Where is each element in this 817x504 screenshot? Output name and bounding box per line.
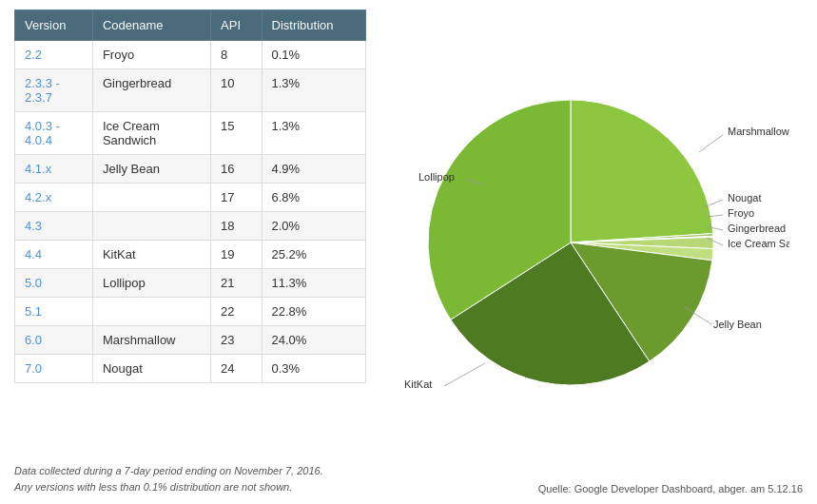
- table-row: 2.3.3 -2.3.7Gingerbread101.3%: [15, 69, 366, 112]
- version-cell: 5.1: [15, 298, 93, 326]
- table-section: Version Codename API Distribution 2.2Fro…: [14, 10, 366, 456]
- label-lollipop: Lollipop: [418, 171, 455, 183]
- distribution-cell: 11.3%: [262, 269, 366, 298]
- footer-left: Data collected during a 7-day period end…: [14, 463, 323, 494]
- api-cell: 19: [211, 241, 262, 269]
- col-distribution: Distribution: [262, 10, 366, 41]
- pie-chart-svg: MarshmallowLollipopNougatFroyoGingerbrea…: [390, 57, 789, 418]
- col-version: Version: [15, 10, 93, 41]
- table-row: 4.3182.0%: [15, 212, 366, 241]
- table-row: 4.4KitKat1925.2%: [15, 241, 366, 269]
- distribution-cell: 1.3%: [262, 69, 366, 112]
- codename-cell: Jelly Bean: [92, 155, 210, 184]
- label-line-marshmallow: [699, 135, 723, 152]
- distribution-cell: 2.0%: [262, 212, 366, 241]
- label-kitkat: KitKat: [404, 378, 432, 390]
- version-cell: 5.0: [15, 269, 93, 298]
- footer-right: Quelle: Google Developer Dashboard, abge…: [538, 483, 803, 494]
- footer-line1: Data collected during a 7-day period end…: [14, 463, 323, 479]
- api-cell: 18: [211, 212, 262, 241]
- label-ics: Ice Cream Sandwich: [728, 238, 789, 249]
- codename-cell: Gingerbread: [92, 69, 210, 112]
- api-cell: 24: [211, 355, 262, 383]
- table-row: 5.0Lollipop2111.3%: [15, 269, 366, 298]
- table-row: 6.0Marshmallow2324.0%: [15, 326, 366, 355]
- label-nougat: Nougat: [728, 192, 761, 204]
- footer-line2: Any versions with less than 0.1% distrib…: [14, 479, 323, 495]
- api-cell: 21: [211, 269, 262, 298]
- distribution-cell: 25.2%: [262, 241, 366, 269]
- version-cell: 4.1.x: [15, 155, 93, 184]
- label-froyo: Froyo: [728, 207, 754, 219]
- codename-cell: Froyo: [92, 41, 210, 69]
- pie-segment-marshmallow: [571, 100, 713, 242]
- label-gingerbread: Gingerbread: [728, 223, 786, 234]
- distribution-cell: 22.8%: [262, 298, 366, 326]
- version-cell: 2.2: [15, 41, 93, 69]
- version-cell: 4.2.x: [15, 184, 93, 212]
- distribution-cell: 1.3%: [262, 112, 366, 155]
- version-cell: 4.0.3 -4.0.4: [15, 112, 93, 155]
- codename-cell: KitKat: [92, 241, 210, 269]
- table-row: 5.12222.8%: [15, 298, 366, 326]
- col-api: API: [211, 10, 262, 41]
- codename-cell: Lollipop: [92, 269, 210, 298]
- table-row: 4.2.x176.8%: [15, 184, 366, 212]
- codename-cell: [92, 212, 210, 241]
- api-cell: 16: [211, 155, 262, 184]
- table-row: 4.0.3 -4.0.4Ice CreamSandwich151.3%: [15, 112, 366, 155]
- distribution-cell: 0.1%: [262, 41, 366, 69]
- version-cell: 7.0: [15, 355, 93, 383]
- distribution-cell: 0.3%: [262, 355, 366, 383]
- table-row: 4.1.xJelly Bean164.9%: [15, 155, 366, 184]
- api-cell: 17: [211, 184, 262, 212]
- footer: Data collected during a 7-day period end…: [14, 463, 803, 494]
- distribution-cell: 4.9%: [262, 155, 366, 184]
- table-row: 7.0Nougat240.3%: [15, 355, 366, 383]
- version-cell: 6.0: [15, 326, 93, 355]
- label-marshmallow: Marshmallow: [728, 126, 789, 137]
- distribution-cell: 6.8%: [262, 184, 366, 212]
- version-cell: 2.3.3 -2.3.7: [15, 69, 93, 112]
- codename-cell: [92, 298, 210, 326]
- chart-section: MarshmallowLollipopNougatFroyoGingerbrea…: [376, 10, 803, 456]
- api-cell: 15: [211, 112, 262, 155]
- distribution-cell: 24.0%: [262, 326, 366, 355]
- api-cell: 10: [211, 69, 262, 112]
- api-cell: 8: [211, 41, 262, 69]
- label-jellybean: Jelly Bean: [713, 319, 762, 330]
- codename-cell: Marshmallow: [92, 326, 210, 355]
- api-cell: 23: [211, 326, 262, 355]
- codename-cell: Nougat: [92, 355, 210, 383]
- codename-cell: Ice CreamSandwich: [92, 112, 210, 155]
- api-cell: 22: [211, 298, 262, 326]
- version-cell: 4.4: [15, 241, 93, 269]
- col-codename: Codename: [92, 10, 210, 41]
- table-row: 2.2Froyo80.1%: [15, 41, 366, 69]
- version-cell: 4.3: [15, 212, 93, 241]
- label-line-kitkat: [444, 363, 485, 386]
- codename-cell: [92, 184, 210, 212]
- distribution-table: Version Codename API Distribution 2.2Fro…: [14, 10, 366, 383]
- pie-chart-container: MarshmallowLollipopNougatFroyoGingerbrea…: [390, 57, 789, 418]
- main-content: Version Codename API Distribution 2.2Fro…: [14, 10, 803, 456]
